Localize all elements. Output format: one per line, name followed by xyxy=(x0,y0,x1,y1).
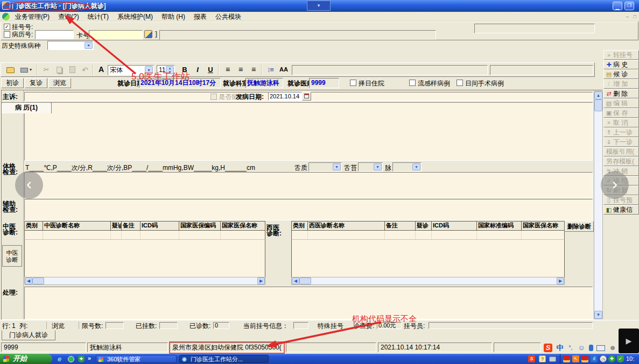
card-input[interactable] xyxy=(89,30,143,40)
tcm-hscrollbar[interactable]: ◀▶ xyxy=(24,277,265,285)
column-header[interactable]: 中医诊断名称 xyxy=(43,222,111,230)
quicklaunch-more-icon[interactable]: » xyxy=(88,355,91,362)
titlebar-dropdown[interactable]: ▾ xyxy=(307,1,331,11)
delete-diagnosis-button[interactable]: 删除诊断 xyxy=(565,221,594,232)
column-header[interactable]: 类别 xyxy=(25,222,43,230)
column-header[interactable]: 西医诊断名称 xyxy=(308,222,385,230)
onset-date-value[interactable]: 2021.10.14 xyxy=(268,92,301,101)
reg-no-checkbox[interactable]: ✓ xyxy=(4,24,10,30)
aux-textarea[interactable] xyxy=(24,199,593,220)
tray-printer-icon[interactable] xyxy=(549,356,556,362)
chinese-mode-icon[interactable]: 中 xyxy=(556,344,564,352)
sidebar-button-history[interactable]: ✚病 史 xyxy=(603,60,639,69)
table-row[interactable] xyxy=(24,231,265,240)
open-button[interactable] xyxy=(4,65,17,75)
column-header[interactable]: 类别 xyxy=(292,222,308,230)
minimize-button[interactable]: ▁ xyxy=(613,2,622,10)
player-overlay[interactable]: ▶ xyxy=(619,329,639,353)
quicklaunch-shield-icon[interactable]: ✚ xyxy=(78,356,85,362)
sidebar-button-waiting[interactable]: ▤候 诊 xyxy=(603,69,639,79)
menu-public[interactable]: 公共模块 xyxy=(211,12,245,22)
scroll-left-icon[interactable]: ◀ xyxy=(25,277,32,284)
sidebar-button-save-template[interactable]: 另存模板( xyxy=(603,156,639,166)
punctuation-icon[interactable]: °, xyxy=(566,344,575,352)
calendar-button[interactable] xyxy=(302,92,311,101)
scroll-left-icon[interactable]: ◀ xyxy=(292,277,299,284)
sogou-icon[interactable]: S xyxy=(544,344,552,352)
emoticon-icon[interactable]: ☺ xyxy=(577,344,586,352)
return-visit-button[interactable]: 复诊 xyxy=(25,78,47,88)
patient-info-field[interactable] xyxy=(159,30,436,40)
nav-next-overlay[interactable]: › xyxy=(601,171,629,199)
record-no-input[interactable] xyxy=(35,30,74,39)
sidebar-button-edit[interactable]: ▧编 辑 xyxy=(603,98,639,108)
elective-admit-checkbox[interactable] xyxy=(350,80,356,86)
sidebar-button-delete[interactable]: ⇄删 除 xyxy=(603,89,639,98)
task-button-360[interactable]: 360软件管家 xyxy=(96,355,177,363)
spinner-arrows-icon[interactable]: ▲▼ xyxy=(166,66,174,74)
list-button[interactable]: ⁝≡ xyxy=(264,65,277,75)
cut-button[interactable]: ✂ xyxy=(40,65,53,75)
column-header[interactable]: 国家医保名称 xyxy=(221,222,265,230)
scroll-up-icon[interactable]: ▲ xyxy=(594,91,602,99)
sidebar-button-cancel[interactable]: ×取 消 xyxy=(603,118,639,127)
menu-help[interactable]: 帮助 (H) xyxy=(157,12,189,22)
sidebar-button-health-info[interactable]: ◧健康信 xyxy=(603,205,639,215)
column-header[interactable]: 备注 xyxy=(122,222,141,230)
font-size-spinner[interactable]: 11▲▼ xyxy=(157,65,175,75)
column-header[interactable]: 国家医保名称 xyxy=(522,222,564,230)
sidebar-button-prev-visit[interactable]: ⇑上一诊 xyxy=(603,127,639,137)
tray-app1-icon[interactable] xyxy=(563,355,570,362)
column-header[interactable]: 疑诊 xyxy=(416,222,432,230)
tongue-coat-combo[interactable]: ▼ xyxy=(358,162,383,172)
menu-statistics[interactable]: 统计(T) xyxy=(83,12,113,22)
chevron-down-icon[interactable]: ▼ xyxy=(85,42,93,49)
paste-button[interactable] xyxy=(66,65,79,75)
tray-network-icon[interactable]: ıl xyxy=(591,355,598,362)
column-header[interactable]: ICD码 xyxy=(141,222,179,230)
physical-textarea[interactable] xyxy=(24,172,593,198)
start-button[interactable]: 开始 xyxy=(0,354,52,364)
nav-prev-overlay[interactable]: ‹ xyxy=(15,171,43,199)
column-header[interactable]: 国家医保编码 xyxy=(179,222,221,230)
chevron-down-icon[interactable]: ▼ xyxy=(333,163,341,170)
card-reader-icon[interactable] xyxy=(144,30,152,38)
column-header[interactable]: ICD码 xyxy=(432,222,477,230)
tray-sogou-icon[interactable]: S xyxy=(528,355,535,362)
tray-shield-icon[interactable]: ✓ xyxy=(617,355,624,362)
column-header[interactable]: 疑诊 xyxy=(111,222,122,230)
underline-button[interactable]: U xyxy=(205,65,216,75)
chevron-down-icon[interactable]: ▼ xyxy=(412,163,420,170)
task-button-workstation[interactable]: 门诊医生工作站分... xyxy=(179,355,269,363)
chevron-down-icon[interactable]: ▼ xyxy=(374,163,382,170)
bottom-tab-outpatient[interactable]: 门诊病人就诊 xyxy=(2,330,55,340)
menu-maintenance[interactable]: 系统维护(M) xyxy=(113,12,157,22)
history-textarea[interactable] xyxy=(24,102,593,161)
copy-button[interactable] xyxy=(53,65,66,75)
scroll-thumb[interactable] xyxy=(594,99,602,111)
user-icon[interactable]: ☻ xyxy=(608,344,617,352)
sidebar-button-save[interactable]: ▣保 存 xyxy=(603,108,639,118)
font-scale-button[interactable]: AA xyxy=(277,65,290,75)
sidebar-button-next-visit[interactable]: ⇓下一诊 xyxy=(603,137,639,147)
browse-button[interactable]: 浏览 xyxy=(48,78,71,88)
quicklaunch-ie-icon[interactable]: e xyxy=(58,355,61,363)
scroll-right-icon[interactable]: ▶ xyxy=(557,277,564,284)
scroll-down-icon[interactable]: ▼ xyxy=(594,311,602,319)
align-center-button[interactable]: ≡ xyxy=(234,65,247,75)
pulse-combo[interactable]: ▼ xyxy=(392,162,422,172)
font-color-button[interactable]: A xyxy=(96,65,107,75)
tongue-body-combo[interactable]: ▼ xyxy=(308,162,342,172)
observation-checkbox[interactable] xyxy=(210,94,217,100)
treatment-textarea[interactable] xyxy=(24,287,593,319)
column-header[interactable]: 备注 xyxy=(385,222,416,230)
font-name-combo[interactable]: 宋体▼ xyxy=(108,65,154,75)
undo-button[interactable]: ↶ xyxy=(79,65,92,75)
sidebar-button-add[interactable]: ∶增 加 xyxy=(603,79,639,89)
column-header[interactable]: 国家标准编码 xyxy=(477,222,522,230)
menu-query[interactable]: 查询(?) xyxy=(54,12,83,22)
italic-button[interactable]: I xyxy=(192,65,203,75)
history-combo[interactable]: ▼ xyxy=(47,41,94,50)
record-no-checkbox[interactable] xyxy=(4,31,10,38)
tray-help-icon[interactable]: ? xyxy=(539,355,546,362)
